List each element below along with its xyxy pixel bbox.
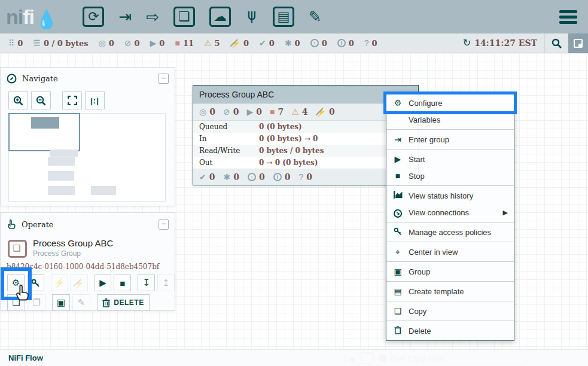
group-button[interactable]: ▣: [52, 294, 70, 311]
menu-item-create-template[interactable]: ▤ Create template: [386, 283, 514, 300]
process-group-component[interactable]: Process Group ABC ◎0 ⊘0 ▶0 ■7 ⚠4 ⚡0 Queu…: [193, 85, 419, 185]
stopped-count: ■ 11: [175, 39, 194, 48]
menu-item-delete[interactable]: Delete: [386, 322, 514, 339]
menu-item-label: Variables: [409, 115, 440, 124]
menu-separator: [386, 242, 514, 242]
menu-item-stop[interactable]: ■ Stop: [386, 167, 514, 184]
flow-status-bar: ⠿ 0 ☰ 0 / 0 bytes ◎ 0 ⊘ 0 ▶ 0 ■ 11 ⚠ 5 ⚡: [0, 33, 588, 53]
paste-button[interactable]: ❐: [28, 294, 45, 311]
question-icon: ?: [298, 173, 303, 181]
menu-item-start[interactable]: ▶ Start: [386, 151, 514, 167]
stat-label: Out: [199, 158, 259, 167]
refresh-icon[interactable]: ↻: [463, 38, 471, 48]
running-count: ▶ 0: [150, 39, 165, 48]
menu-separator: [386, 261, 514, 262]
breadcrumb-bar: NiFi Flow: [0, 349, 588, 366]
minimap-component: [48, 186, 75, 195]
collapse-navigate-button[interactable]: −: [159, 74, 169, 84]
queued-count: ☰ 0 / 0 bytes: [33, 39, 88, 48]
count-value: 4: [302, 107, 308, 117]
menu-separator: [386, 129, 514, 130]
submenu-arrow-icon: ▶: [503, 209, 508, 216]
disabled-count: ⚡ 0: [230, 39, 249, 48]
zoom-in-button[interactable]: [8, 92, 28, 109]
refresh-time: 14:11:27 EST: [474, 38, 537, 48]
stat-value: 0 (0 bytes): [259, 123, 302, 131]
asterisk-icon: ✱: [285, 39, 292, 47]
menu-item-copy[interactable]: ❏ Copy: [386, 303, 514, 319]
menu-item-view-connections[interactable]: ↘ View connections ▶: [386, 204, 514, 221]
count-value: 0: [135, 39, 140, 48]
stop-icon: ■: [120, 278, 125, 288]
delete-button[interactable]: DELETE: [97, 294, 150, 311]
disabled-icon: ⚡: [230, 39, 240, 47]
play-icon: ▶: [392, 154, 403, 164]
disable-button[interactable]: ⚡: [71, 274, 88, 291]
group-icon: ▣: [392, 267, 403, 276]
process-group-icon[interactable]: ❏: [173, 7, 195, 27]
template-icon: ▤: [392, 286, 403, 296]
label-icon[interactable]: ✎: [309, 9, 322, 25]
bulletin-panel-toggle[interactable]: [568, 33, 588, 53]
zoom-out-button[interactable]: [31, 92, 51, 109]
trash-icon: [392, 326, 403, 336]
copy-icon: ❏: [12, 297, 20, 308]
collapse-operate-button[interactable]: −: [159, 219, 169, 230]
revert-flow-version-button[interactable]: ↥: [157, 274, 175, 291]
menu-item-group[interactable]: ▣ Group: [386, 263, 514, 280]
access-policies-button[interactable]: [27, 274, 44, 291]
enable-button[interactable]: ⚡: [51, 274, 68, 291]
search-button[interactable]: [544, 33, 568, 53]
configuration-button[interactable]: ⚙: [7, 274, 25, 291]
stat-value: 0 → 0 (0 bytes): [259, 158, 318, 167]
trash-icon: [102, 298, 110, 307]
stopped-icon: ■: [270, 108, 275, 116]
processor-icon[interactable]: ⟳: [83, 7, 104, 27]
count-value: 0 / 0 bytes: [44, 39, 89, 48]
zoom-actual-button[interactable]: |:|: [85, 92, 105, 109]
crosshair-icon: ⌖: [392, 247, 403, 257]
selected-component-type: Process Group: [33, 249, 113, 258]
nifi-logo: nifi 💧: [6, 5, 57, 29]
chart-icon: [392, 191, 403, 200]
output-port-icon[interactable]: ⇨: [146, 9, 159, 25]
hamburger-bar: [559, 10, 577, 13]
stat-value: 0 bytes / 0 bytes: [259, 147, 324, 155]
transmitting-count: ◎ 0: [99, 39, 114, 48]
menu-item-manage-access-policies[interactable]: Manage access policies: [386, 224, 514, 240]
hamburger-bar: [559, 21, 577, 24]
copy-button[interactable]: ❏: [7, 294, 25, 311]
sync-failure-count: ? 0: [364, 39, 377, 48]
navigate-title: Navigate: [22, 74, 58, 83]
menu-item-label: Manage access policies: [409, 228, 491, 237]
input-port-icon[interactable]: ⇥: [118, 9, 132, 25]
menu-item-enter-group[interactable]: ⇥ Enter group: [386, 131, 514, 148]
process-group-header[interactable]: Process Group ABC: [193, 86, 418, 103]
remote-process-group-icon[interactable]: ☁: [209, 7, 231, 27]
running-icon: ▶: [150, 39, 157, 47]
menu-item-center-in-view[interactable]: ⌖ Center in view: [386, 243, 514, 260]
process-group-badge-icon: [8, 240, 27, 258]
start-button[interactable]: ▶: [95, 274, 112, 291]
stop-button[interactable]: ■: [114, 274, 131, 291]
check-icon: ✔: [199, 173, 206, 181]
logo-text-ni: ni: [6, 5, 23, 29]
count-value: 0: [159, 39, 164, 48]
global-menu-button[interactable]: [559, 8, 577, 26]
menu-item-view-status-history[interactable]: View status history: [386, 187, 514, 204]
count-value: 0: [329, 107, 335, 117]
template-icon[interactable]: ▤: [273, 7, 294, 27]
color-button[interactable]: ✎: [72, 294, 90, 311]
menu-item-variables[interactable]: Variables: [386, 111, 514, 128]
zoom-fit-button[interactable]: [62, 92, 82, 109]
menu-item-configure[interactable]: ⚙ Configure: [386, 94, 514, 111]
save-flow-version-button[interactable]: ↧: [138, 274, 155, 291]
count-value: 0: [256, 107, 262, 117]
breadcrumb-nifi-flow[interactable]: NiFi Flow: [8, 353, 43, 362]
birdseye-minimap[interactable]: [8, 113, 166, 202]
play-icon: ▶: [99, 277, 106, 288]
save-version-icon: ↧: [142, 277, 150, 288]
funnel-icon[interactable]: ⋔: [245, 9, 258, 25]
warning-icon: ⚠: [291, 108, 299, 116]
count-value: 0: [243, 39, 249, 48]
